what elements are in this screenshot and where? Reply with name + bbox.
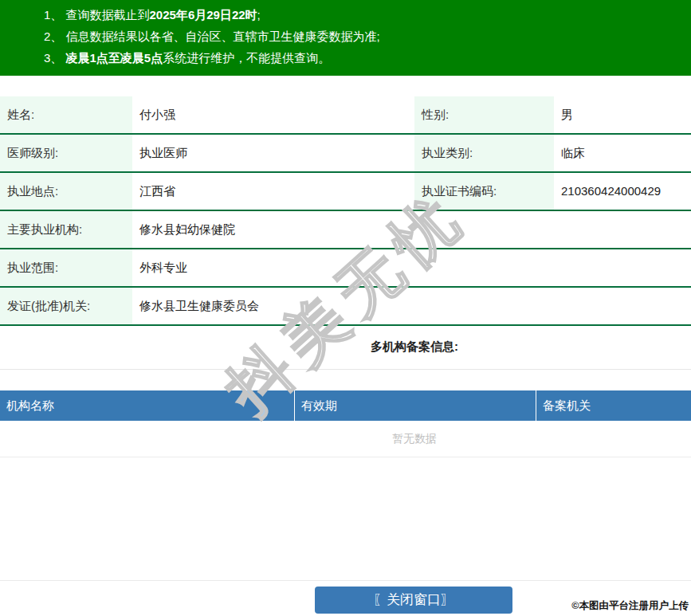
field-label-gender: 性别: xyxy=(414,96,554,133)
table-row: 姓名: 付小强 性别: 男 xyxy=(0,96,691,135)
field-value-certificate-number: 210360424000429 xyxy=(554,173,691,210)
field-value-name: 付小强 xyxy=(132,96,414,133)
upload-attribution-text: ©本图由平台注册用户上传 xyxy=(571,599,689,613)
field-value-issuing-authority: 修水县卫生健康委员会 xyxy=(132,288,691,324)
field-label-issuing-authority: 发证(批准)机关: xyxy=(0,288,132,324)
notice-3-text: 3、 xyxy=(44,51,66,65)
table-row: 执业地点: 江西省 执业证书编码: 210360424000429 xyxy=(0,173,691,211)
notice-line-2: 2、 信息数据结果以各省、自治区、直辖市卫生健康委数据为准; xyxy=(44,26,683,47)
doctor-info-panel: 姓名: 付小强 性别: 男 医师级别: 执业医师 执业类别: 临床 执业地点: … xyxy=(0,96,691,457)
notice-3-tail: 系统进行维护，不能提供查询。 xyxy=(163,51,330,65)
field-value-practice-scope: 外科专业 xyxy=(132,249,691,286)
field-value-gender: 男 xyxy=(554,96,691,133)
field-label-main-institution: 主要执业机构: xyxy=(0,211,132,248)
notice-1-tail: ; xyxy=(257,8,261,22)
column-header-record-authority: 备案机关 xyxy=(536,390,691,421)
table-row: 执业范围: 外科专业 xyxy=(0,249,691,288)
multi-institution-table: 机构名称 有效期 备案机关 暂无数据 xyxy=(0,390,691,457)
field-label-practice-type: 执业类别: xyxy=(414,135,554,171)
multi-institution-section-title: 多机构备案信息: xyxy=(0,326,691,370)
column-header-institution-name: 机构名称 xyxy=(0,390,294,421)
notice-3-bold: 凌晨1点至凌晨5点 xyxy=(66,51,163,65)
field-label-doctor-level: 医师级别: xyxy=(0,135,132,171)
table-row: 主要执业机构: 修水县妇幼保健院 xyxy=(0,211,691,249)
notice-2-text: 2、 信息数据结果以各省、自治区、直辖市卫生健康委数据为准; xyxy=(44,29,380,43)
field-value-main-institution: 修水县妇幼保健院 xyxy=(132,211,691,248)
field-value-practice-type: 临床 xyxy=(554,135,691,171)
field-label-name: 姓名: xyxy=(0,96,132,133)
field-value-practice-location: 江西省 xyxy=(132,173,414,210)
notice-1-text: 1、 查询数据截止到 xyxy=(44,8,150,22)
notice-line-1: 1、 查询数据截止到2025年6月29日22时; xyxy=(44,4,683,26)
notice-line-3: 3、 凌晨1点至凌晨5点系统进行维护，不能提供查询。 xyxy=(44,47,683,69)
table-header-row: 机构名称 有效期 备案机关 xyxy=(0,390,691,421)
notice-1-bold: 2025年6月29日22时 xyxy=(150,8,257,22)
empty-data-placeholder: 暂无数据 xyxy=(0,421,691,457)
notice-banner: 1、 查询数据截止到2025年6月29日22时; 2、 信息数据结果以各省、自治… xyxy=(0,0,691,76)
field-label-certificate-number: 执业证书编码: xyxy=(414,173,554,210)
field-label-practice-scope: 执业范围: xyxy=(0,249,132,286)
field-label-practice-location: 执业地点: xyxy=(0,173,132,210)
footer-divider xyxy=(0,580,691,581)
table-row: 医师级别: 执业医师 执业类别: 临床 xyxy=(0,135,691,173)
column-header-validity-period: 有效期 xyxy=(294,390,536,421)
table-row: 发证(批准)机关: 修水县卫生健康委员会 xyxy=(0,288,691,326)
field-value-doctor-level: 执业医师 xyxy=(132,135,414,171)
close-window-button[interactable]: 〖关闭窗口〗 xyxy=(315,587,512,614)
